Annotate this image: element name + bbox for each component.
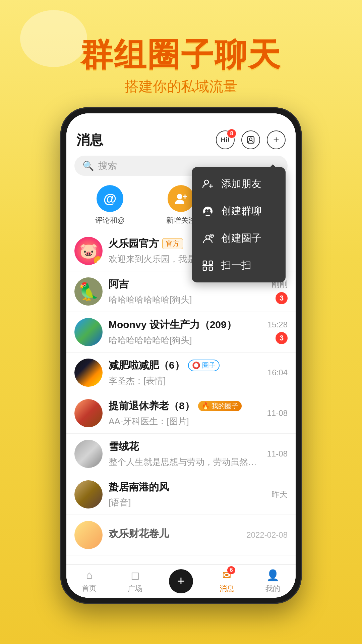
nav-title: 消息 [76, 131, 103, 149]
message-top: 减肥啦减肥（6） ⭕ 圈子 [109, 359, 261, 372]
contact-name: 提前退休养老（8） [109, 399, 195, 413]
dropdown-create-circle[interactable]: 创建圈子 [192, 225, 286, 252]
dropdown-create-group[interactable]: 创建群聊 [192, 198, 286, 225]
avatar: ✓ [74, 237, 103, 265]
quick-item-comment[interactable]: @ 评论和@ [74, 185, 145, 225]
status-bar [66, 113, 296, 128]
message-top: 蛰居南港的风 [109, 480, 265, 494]
svg-point-2 [177, 194, 182, 199]
search-icon: 🔍 [82, 160, 94, 171]
tab-bar: ⌂ 首页 ◻ 广场 + ✉ 6 消息 👤 [66, 564, 296, 598]
message-preview: 李圣杰：[表情] [109, 375, 261, 387]
add-friend-icon [201, 177, 215, 191]
svg-point-10 [208, 209, 210, 212]
dropdown-add-friend-label: 添加朋友 [221, 177, 261, 191]
message-meta: 11-08 [267, 409, 288, 418]
tab-home[interactable]: ⌂ 首页 [66, 569, 112, 593]
dropdown-scan-label: 扫一扫 [221, 259, 251, 272]
message-time: 11-08 [267, 409, 288, 418]
message-preview: AA-牙科医生：[图片] [109, 416, 261, 427]
tab-message-label: 消息 [220, 584, 234, 594]
message-meta: 刚刚 3 [272, 279, 288, 304]
unread-badge: 3 [276, 332, 288, 344]
message-body: 欢乐财花卷儿 [109, 527, 240, 543]
tab-square-label: 广场 [128, 584, 142, 594]
list-item[interactable]: 提前退休养老（8） 🔥 我的圈子 AA-牙科医生：[图片] 11-08 [66, 393, 296, 434]
create-circle-icon [201, 232, 215, 245]
tab-message[interactable]: ✉ 6 消息 [204, 569, 250, 594]
hi-icon: Hi! [221, 136, 230, 144]
svg-rect-15 [203, 261, 206, 264]
list-item[interactable]: 蛰居南港的风 [语音] 昨天 [66, 474, 296, 515]
svg-rect-17 [203, 267, 206, 270]
contact-name: 欢乐财花卷儿 [109, 527, 169, 541]
myquan-tag: 🔥 我的圈子 [198, 401, 242, 411]
add-button[interactable]: + [267, 130, 286, 149]
tab-mine[interactable]: 👤 我的 [250, 569, 296, 594]
top-nav: 消息 Hi! 8 + [66, 128, 296, 152]
phone-screen: 消息 Hi! 8 + [66, 113, 296, 598]
avatar [74, 318, 103, 346]
message-meta: 昨天 [272, 489, 288, 500]
message-meta: 16:04 [267, 368, 288, 377]
message-preview: 哈哈哈哈哈哈哈[狗头] [109, 334, 261, 346]
message-preview: 整个人生就是思想与劳动，劳动虽然是无... [109, 456, 261, 468]
message-top: 欢乐财花卷儿 [109, 527, 240, 541]
create-group-icon [201, 205, 215, 218]
list-item[interactable]: 欢乐财花卷儿 2022-02-08 [66, 515, 296, 555]
message-meta: 2022-02-08 [246, 530, 288, 540]
list-item[interactable]: 雪绒花 整个人生就是思想与劳动，劳动虽然是无... 11-08 [66, 434, 296, 474]
avatar [74, 399, 103, 427]
svg-rect-16 [209, 261, 213, 264]
message-time: 15:28 [267, 320, 288, 329]
plus-button[interactable]: + [169, 569, 193, 593]
message-meta: 15:28 3 [267, 320, 288, 344]
dropdown-create-circle-label: 创建圈子 [221, 231, 261, 245]
contact-name: Moonvy 设计生产力（209） [109, 318, 237, 332]
contact-name: 减肥啦减肥（6） [109, 359, 185, 372]
dropdown-scan[interactable]: 扫一扫 [192, 252, 286, 279]
nav-icons: Hi! 8 + [216, 130, 286, 149]
follow-icon [174, 191, 188, 206]
tab-mine-label: 我的 [265, 584, 280, 594]
app-content: 消息 Hi! 8 + [66, 113, 296, 598]
message-time: 昨天 [272, 489, 288, 500]
message-top: 提前退休养老（8） 🔥 我的圈子 [109, 399, 261, 413]
quick-circle-follow [168, 185, 194, 212]
scan-icon [201, 259, 215, 272]
tab-plus[interactable]: + [158, 569, 204, 593]
avatar [74, 521, 103, 549]
list-item[interactable]: Moonvy 设计生产力（209） 哈哈哈哈哈哈哈[狗头] 15:28 3 [66, 312, 296, 353]
official-tag: 官方 [162, 238, 183, 249]
message-body: Moonvy 设计生产力（209） 哈哈哈哈哈哈哈[狗头] [109, 318, 261, 346]
message-time: 11-08 [267, 449, 288, 459]
avatar [74, 440, 103, 468]
contacts-button[interactable] [241, 130, 260, 149]
message-body: 雪绒花 整个人生就是思想与劳动，劳动虽然是无... [109, 440, 261, 468]
svg-point-11 [206, 235, 210, 239]
message-body: 提前退休养老（8） 🔥 我的圈子 AA-牙科医生：[图片] [109, 399, 261, 427]
contacts-icon [246, 135, 255, 145]
hi-badge: 8 [227, 129, 236, 138]
svg-rect-18 [209, 267, 213, 270]
contact-name: 雪绒花 [109, 440, 139, 453]
avatar: 🦜 [74, 277, 103, 306]
dropdown-add-friend[interactable]: 添加朋友 [192, 170, 286, 198]
message-time: 2022-02-08 [246, 530, 288, 540]
avatar [74, 480, 103, 508]
plus-icon: + [273, 134, 279, 146]
hero-subtitle: 搭建你的私域流量 [0, 77, 362, 96]
list-item[interactable]: 减肥啦减肥（6） ⭕ 圈子 李圣杰：[表情] 16:04 [66, 353, 296, 393]
message-preview: [语音] [109, 497, 265, 508]
message-body: 蛰居南港的风 [语音] [109, 480, 265, 508]
tab-square[interactable]: ◻ 广场 [112, 569, 158, 594]
contact-name: 火乐园官方 [109, 237, 159, 251]
svg-point-5 [204, 180, 208, 184]
contact-name: 蛰居南港的风 [109, 480, 169, 494]
dropdown-menu: 添加朋友 创建群聊 [192, 167, 286, 282]
search-placeholder: 搜索 [98, 159, 117, 172]
message-time: 16:04 [267, 368, 288, 377]
svg-point-1 [249, 138, 252, 141]
hi-button[interactable]: Hi! 8 [216, 130, 235, 149]
quick-label-comment: 评论和@ [95, 215, 125, 225]
